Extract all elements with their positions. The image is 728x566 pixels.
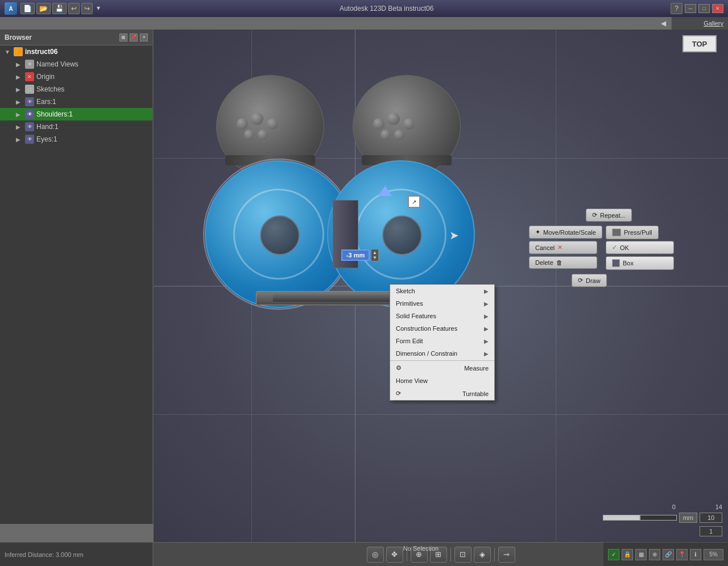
tree-eyes[interactable]: ▶ 👁 Eyes:1: [0, 133, 152, 145]
ear-ball-r4: [380, 130, 391, 140]
top-view-label: TOP: [682, 35, 717, 52]
menu-solid-features[interactable]: Solid Features ▶: [390, 310, 494, 322]
options-icon[interactable]: ▾: [94, 3, 102, 14]
tree-hand[interactable]: ▶ 👁 Hand:1: [0, 120, 152, 133]
shoulder-inner-ring-right: [355, 189, 446, 280]
menu-construction-features[interactable]: Construction Features ▶: [390, 322, 494, 335]
context-menu: Sketch ▶ Primitives ▶ Solid Features ▶ C…: [390, 284, 495, 401]
draw-button[interactable]: ⟳ Draw: [572, 274, 607, 287]
press-pull-icon: [612, 228, 621, 236]
origin-icon: ✕: [25, 72, 34, 81]
repeat-button[interactable]: ⟳ Repeat...: [586, 209, 632, 222]
selection-status-text: No Selection: [403, 545, 439, 552]
cancel-button[interactable]: Cancel ✕: [529, 241, 597, 254]
menu-solid-features-arrow: ▶: [484, 313, 489, 319]
menu-sketch[interactable]: Sketch ▶: [390, 285, 494, 297]
title-bar: A 📄 📂 💾 ↩ ↪ ▾ Autodesk 123D Beta instruc…: [0, 0, 728, 17]
ok-checkmark-icon: ✓: [612, 244, 617, 251]
menu-form-edit[interactable]: Form Edit ▶: [390, 335, 494, 347]
named-views-icon: 👁: [25, 60, 34, 69]
box-button-group: Box: [606, 256, 674, 272]
window-title: Autodesk 123D Beta instruct06: [102, 5, 671, 13]
browser-pin-btn[interactable]: 📌: [130, 34, 138, 41]
lock-status-icon[interactable]: 🔒: [622, 549, 633, 560]
ok-button[interactable]: ✓ OK: [606, 241, 674, 254]
menu-turntable[interactable]: ⟳ Turntable: [390, 387, 494, 400]
bottom-right-status: ✓ 🔒 ▦ ⊕ 🔗 📍 ℹ 5%: [603, 542, 728, 566]
value-box[interactable]: -3 mm: [341, 249, 370, 261]
gallery-bar: Gallery: [671, 17, 728, 30]
browser-panel: Browser ▦ 📌 ✕ ▼ 🔶 instruct06 ▶ 👁 Named V…: [0, 30, 154, 524]
bottom-center-status: No Selection: [284, 536, 557, 560]
menu-construction-features-arrow: ▶: [484, 326, 489, 332]
named-views-label: Named Views: [36, 60, 78, 68]
delete-button-group: Delete 🗑: [529, 256, 597, 270]
link-status-icon[interactable]: 🔗: [663, 549, 674, 560]
tree-sketches[interactable]: ▶ □ Sketches: [0, 83, 152, 95]
tree-ears[interactable]: ▶ 👁 Ears:1: [0, 95, 152, 108]
origin-label: Origin: [36, 73, 55, 81]
ear-ball-r2: [387, 113, 400, 125]
new-icon[interactable]: 📄: [20, 3, 35, 14]
percent-status-icon[interactable]: 5%: [704, 549, 723, 560]
press-pull-button[interactable]: Press/Pull: [606, 226, 659, 239]
ruler-value2: 1: [700, 526, 722, 536]
marker-status-icon[interactable]: 📍: [676, 549, 688, 560]
viewport: TOP: [154, 30, 728, 542]
menu-home-view[interactable]: Home View: [390, 374, 494, 387]
snap-status-icon[interactable]: ⊕: [649, 549, 660, 560]
grid-v2: [556, 30, 556, 542]
ok-button-group: ✓ OK: [606, 241, 674, 256]
browser-close-btn[interactable]: ✕: [140, 34, 148, 41]
menu-sketch-arrow: ▶: [484, 288, 489, 294]
app-logo: A: [5, 2, 17, 15]
ear-ball-r3: [403, 118, 415, 130]
gallery-nav: ◀: [659, 17, 668, 30]
sketches-arrow: ▶: [16, 86, 23, 93]
tree-named-views[interactable]: ▶ 👁 Named Views: [0, 58, 152, 70]
grid-status-icon[interactable]: ▦: [635, 549, 647, 560]
menu-measure-label: Measure: [464, 365, 489, 372]
repeat-label: Repeat...: [600, 212, 626, 219]
close-button[interactable]: ✕: [712, 4, 723, 13]
menu-turntable-label: Turntable: [462, 390, 489, 397]
move-rotate-scale-btn[interactable]: ✦ Move/Rotate/Scale: [529, 226, 602, 240]
ears-label: Ears:1: [36, 98, 56, 106]
menu-divider: [390, 360, 494, 361]
menu-measure[interactable]: ⚙ Measure: [390, 361, 494, 374]
redo-icon[interactable]: ↪: [81, 3, 93, 14]
tree-root[interactable]: ▼ 🔶 instruct06: [0, 45, 152, 58]
menu-primitives-arrow: ▶: [484, 301, 489, 307]
value-spinner[interactable]: ▲▼: [371, 249, 379, 261]
shoulders-label: Shoulders:1: [36, 110, 73, 118]
tree-origin[interactable]: ▶ ✕ Origin: [0, 70, 152, 83]
help-button[interactable]: ?: [671, 3, 682, 14]
menu-dimension-constrain-arrow: ▶: [484, 351, 489, 357]
box-icon: [612, 259, 620, 267]
origin-arrow: ▶: [16, 74, 23, 80]
save-icon[interactable]: 💾: [52, 3, 67, 14]
browser-grid-btn[interactable]: ▦: [119, 34, 127, 41]
info-status-icon[interactable]: ℹ: [690, 549, 701, 560]
tree-shoulders[interactable]: ▶ 👁 Shoulders:1: [0, 108, 152, 120]
press-pull-label: Press/Pull: [624, 229, 652, 236]
open-icon[interactable]: 📂: [36, 3, 51, 14]
gallery-left-arrow[interactable]: ◀: [659, 19, 668, 27]
menu-solid-features-label: Solid Features: [396, 313, 436, 319]
delete-icon: 🗑: [556, 259, 562, 266]
box-button[interactable]: Box: [606, 256, 674, 270]
delete-button[interactable]: Delete 🗑: [529, 256, 597, 269]
measure-icon: ⚙: [396, 364, 402, 372]
value-input-group: -3 mm ▲▼: [341, 249, 379, 261]
ear-ball-5: [258, 130, 268, 140]
maximize-button[interactable]: □: [698, 4, 710, 13]
draw-icon: ⟳: [578, 277, 583, 284]
checkmark-status-icon[interactable]: ✓: [608, 549, 619, 560]
ear-ball-r5: [394, 130, 404, 140]
menu-dimension-constrain[interactable]: Dimension / Constrain ▶: [390, 347, 494, 360]
ears-icon: 👁: [25, 97, 34, 106]
minimize-button[interactable]: ─: [685, 4, 696, 13]
menu-primitives[interactable]: Primitives ▶: [390, 297, 494, 310]
menu-construction-features-label: Construction Features: [396, 325, 457, 332]
undo-icon[interactable]: ↩: [68, 3, 80, 14]
